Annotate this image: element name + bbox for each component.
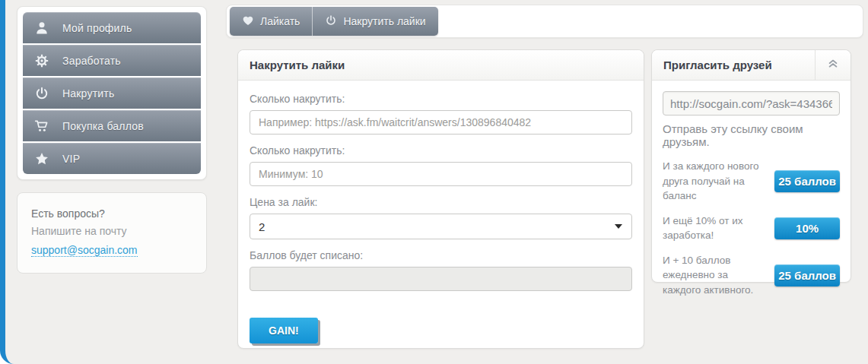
collapse-button[interactable] bbox=[815, 50, 851, 80]
field-label: Цена за лайк: bbox=[250, 196, 632, 208]
benefit-text: И ещё 10% от их заработка! bbox=[663, 214, 774, 243]
page: Мой профиль Заработать bbox=[0, 0, 868, 364]
link-input[interactable] bbox=[250, 110, 632, 135]
amount-input[interactable] bbox=[250, 162, 632, 186]
benefit-badge: 25 баллов bbox=[774, 170, 840, 192]
sidebar-item-label: Накрутить bbox=[62, 87, 114, 100]
support-email-link[interactable]: support@socgain.com bbox=[31, 244, 138, 257]
heart-icon bbox=[242, 14, 254, 29]
benefit-badge: 10% bbox=[774, 217, 840, 239]
support-box: Есть вопросы? Напишите на почту support@… bbox=[17, 192, 207, 274]
chevrons-up-icon bbox=[826, 57, 840, 74]
benefit-row: И + 10 баллов ежедневно за каждого актив… bbox=[663, 253, 840, 298]
field-label: Сколько накрутить: bbox=[250, 144, 632, 157]
invite-friends-panel: Пригласить друзей Отправь эту ссылку сво… bbox=[651, 49, 851, 283]
tab-boost-likes[interactable]: Накрутить лайки bbox=[312, 7, 437, 36]
panel-body: Сколько накрутить: Сколько накрутить: Це… bbox=[238, 81, 644, 354]
sidebar-item-label: Мой профиль bbox=[62, 22, 132, 34]
support-prompt: Напишите на почту bbox=[31, 223, 192, 240]
sidebar-item-vip[interactable]: VIP bbox=[23, 143, 201, 174]
field-price: Цена за лайк: 2 bbox=[250, 196, 632, 239]
field-label: Баллов будет списано: bbox=[250, 249, 632, 261]
sidebar-item-label: Заработать bbox=[62, 55, 121, 67]
price-select[interactable]: 2 bbox=[250, 214, 632, 239]
tab-label: Накрутить лайки bbox=[343, 15, 425, 27]
sidebar-item-profile[interactable]: Мой профиль bbox=[23, 12, 201, 43]
sidebar: Мой профиль Заработать bbox=[17, 6, 207, 274]
invite-body: Отправь эту ссылку своим друзьям. И за к… bbox=[652, 81, 851, 318]
benefit-badge: 25 баллов bbox=[774, 264, 840, 286]
cart-icon bbox=[33, 118, 50, 135]
sidebar-menu: Мой профиль Заработать bbox=[17, 6, 207, 180]
tab-strip: Лайкать Накрутить лайки bbox=[226, 5, 863, 38]
field-link: Сколько накрутить: bbox=[250, 93, 632, 135]
content-area: Мой профиль Заработать bbox=[0, 0, 868, 364]
star-icon bbox=[33, 150, 50, 167]
price-select-value: 2 bbox=[259, 220, 265, 233]
tab-group: Лайкать Накрутить лайки bbox=[230, 7, 438, 36]
gain-button[interactable]: GAIN! bbox=[250, 318, 318, 343]
invite-subtitle: Отправь эту ссылку своим друзьям. bbox=[663, 122, 840, 148]
tab-like[interactable]: Лайкать bbox=[230, 7, 312, 36]
user-icon bbox=[33, 20, 50, 36]
field-amount: Сколько накрутить: bbox=[250, 144, 632, 186]
gears-icon bbox=[33, 52, 50, 69]
sidebar-item-label: Покупка баллов bbox=[62, 120, 144, 132]
sidebar-item-earn[interactable]: Заработать bbox=[23, 45, 201, 76]
sidebar-item-buy-points[interactable]: Покупка баллов bbox=[23, 110, 201, 141]
referral-link-input[interactable] bbox=[663, 91, 840, 116]
invite-panel-title: Пригласить друзей bbox=[652, 50, 815, 80]
power-icon bbox=[325, 14, 337, 29]
benefit-row: И за каждого нового друга получай на бал… bbox=[663, 159, 840, 204]
points-deducted-input bbox=[250, 267, 632, 291]
field-label: Сколько накрутить: bbox=[250, 93, 632, 105]
support-question: Есть вопросы? bbox=[31, 205, 192, 223]
sidebar-item-label: VIP bbox=[62, 153, 80, 165]
benefit-text: И + 10 баллов ежедневно за каждого актив… bbox=[663, 253, 774, 298]
benefit-row: И ещё 10% от их заработка! 10% bbox=[663, 214, 840, 243]
benefit-text: И за каждого нового друга получай на бал… bbox=[663, 159, 774, 204]
chevron-down-icon bbox=[615, 224, 622, 229]
boost-likes-panel: Накрутить лайки Сколько накрутить: Сколь… bbox=[237, 49, 644, 349]
panel-title: Накрутить лайки bbox=[238, 50, 644, 80]
panel-header: Накрутить лайки bbox=[238, 50, 644, 81]
panel-header: Пригласить друзей bbox=[652, 50, 851, 81]
sidebar-item-boost[interactable]: Накрутить bbox=[23, 78, 201, 109]
field-points-deducted: Баллов будет списано: bbox=[250, 249, 632, 291]
power-icon bbox=[33, 85, 50, 102]
tab-label: Лайкать bbox=[260, 15, 300, 27]
